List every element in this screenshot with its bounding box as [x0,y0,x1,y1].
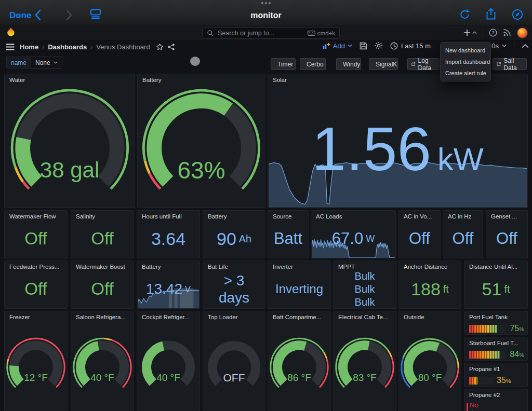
fuel-bar-row: 84% [469,350,524,359]
time-range-picker[interactable]: Last 15 m [390,42,431,50]
menu-item-create-alert-rule[interactable]: Create alert rule [441,67,490,79]
no-data-text: No data [470,402,490,411]
link-button-timer[interactable]: Timer [271,58,296,70]
share-icon[interactable] [486,8,496,20]
menu-item-import-dashboard[interactable]: Import dashboard [441,56,490,67]
port-fuel-bar [469,325,506,333]
panel-title[interactable]: Watermaker Flow [5,211,67,222]
panel-title[interactable]: Top Loader [203,311,265,323]
panel-title[interactable]: Starboard Fuel T... [464,337,527,349]
panel-title[interactable]: Watermaker Boost [71,261,134,272]
stat-value: 67.0W [311,220,395,258]
solar-value: 1.56kW [268,118,527,180]
search-input[interactable] [217,29,304,37]
outside-gauge: 80 °F [399,321,461,411]
panel-title[interactable]: Distance Until Al... [464,261,527,272]
panel-title[interactable]: Propane #2 [464,389,527,401]
freezer-gauge: 12 °F [5,321,67,411]
help-icon[interactable]: ? [489,29,497,37]
panel-title[interactable]: Port Fuel Tank [464,311,527,323]
panel-title[interactable]: AC in Hz [443,211,483,222]
add-button[interactable]: Add [323,42,352,50]
share-dashboard-icon[interactable] [167,43,175,51]
panel-title[interactable]: Bat Life [203,261,265,272]
toolbar-actions: Add Last 15 m 10s [323,42,529,50]
avatar[interactable] [517,28,528,38]
svg-text:?: ? [491,30,494,35]
panel-battery-soc: Battery 63% [137,74,265,208]
panel-title[interactable]: Saloon Refrigera... [71,311,134,323]
link-button-windy[interactable]: Windy [336,58,361,70]
plus-icon [463,29,471,36]
tab-overview-icon[interactable] [90,9,101,19]
fuel-bar-row: 75% [469,324,524,333]
panel-title[interactable]: Inverter [268,261,330,272]
search-icon [207,30,214,36]
menu-item-new-dashboard[interactable]: New dashboard [441,45,490,56]
link-button-signalk[interactable]: SignalK [369,58,398,70]
grafana-logo[interactable] [6,27,16,38]
variable-dropdown[interactable]: None [31,57,62,68]
panel-title[interactable]: Source [268,211,308,222]
hamburger-icon[interactable] [6,44,15,50]
link-button-logdata[interactable]: Log Data [407,58,440,70]
settings-icon[interactable] [375,42,383,50]
battery-gauge: 63% [138,84,265,208]
panel-title[interactable]: Battery [137,261,200,272]
panel-solar: Solar 1.56kW [268,74,528,208]
breadcrumb-home[interactable]: Home [20,43,38,51]
stat-value: Off [71,220,134,258]
news-icon[interactable] [503,29,511,37]
pointer-cursor [190,57,200,66]
panel-title[interactable]: Freezer [5,311,67,323]
top-loader-gauge: OFF [203,321,265,411]
panel-title[interactable]: AC Loads [311,211,395,222]
panel-title[interactable]: Battery [203,211,265,222]
back-icon[interactable] [34,9,42,21]
stat-value: Off [443,220,483,258]
panel-watermaker-flow: Watermaker Flow Off [4,210,68,258]
propane1-bar [469,377,493,385]
breadcrumb: Home › Dashboards › Venus Dashboard [20,43,175,51]
panel-cockpit-refrigerator: Cockpit Refriger... 40 °F [137,311,200,411]
panel-title[interactable]: MPPT [334,261,396,272]
collapse-chevron-up-icon[interactable] [522,44,529,48]
panel-title[interactable]: Propane #1 [464,363,527,375]
panel-title[interactable]: Batt Compartme... [268,311,330,323]
compass-icon[interactable] [512,9,523,20]
new-dropdown-menu: New dashboard Import dashboard Create al… [440,42,491,81]
done-button[interactable]: Done [9,10,32,21]
keyboard-icon [308,31,315,36]
forward-icon [65,9,73,21]
divider [483,29,483,37]
breadcrumb-dashboards[interactable]: Dashboards [48,43,87,51]
star-icon[interactable] [156,43,164,51]
panel-title[interactable]: Feedwater Press... [5,261,67,272]
save-icon[interactable] [360,42,367,50]
panel-water: Water 38 gal [4,74,135,208]
caret-up-icon [472,31,477,34]
panel-genset: Genset ... Off [486,210,528,258]
caret-down-icon [502,44,507,47]
link-button-saildata[interactable]: Sail Data [493,58,527,70]
stat-value: Bulk Bulk Bulk [334,270,396,308]
search-box[interactable]: cmd+k [202,27,340,39]
grafana-nav-bar: cmd+k ? [0,25,532,41]
panel-title[interactable]: AC in Vo... [399,211,440,222]
panel-ac-loads: AC Loads 67.0W [311,210,396,258]
panel-title[interactable]: Water [5,74,135,86]
panel-title[interactable]: Cockpit Refriger... [137,311,200,323]
panel-title[interactable]: Salinity [71,211,134,222]
panel-title[interactable]: Electrical Cab Te... [334,311,396,323]
panel-title[interactable]: Battery [138,74,265,86]
panel-starboard-fuel-tank: Starboard Fuel T... 84% [464,337,528,361]
clock-icon [390,42,398,50]
batt-compartment-gauge: 86 °F [268,321,330,411]
new-menu-button[interactable] [463,29,477,36]
panel-title[interactable]: Hours until Full [137,211,200,222]
panel-title[interactable]: Outside [399,311,461,323]
link-button-cerbo[interactable]: Cerbo [300,58,326,70]
refresh-icon[interactable] [459,9,470,20]
panel-title[interactable]: Genset ... [486,211,527,222]
panel-title[interactable]: Anchor Distance [399,261,461,272]
